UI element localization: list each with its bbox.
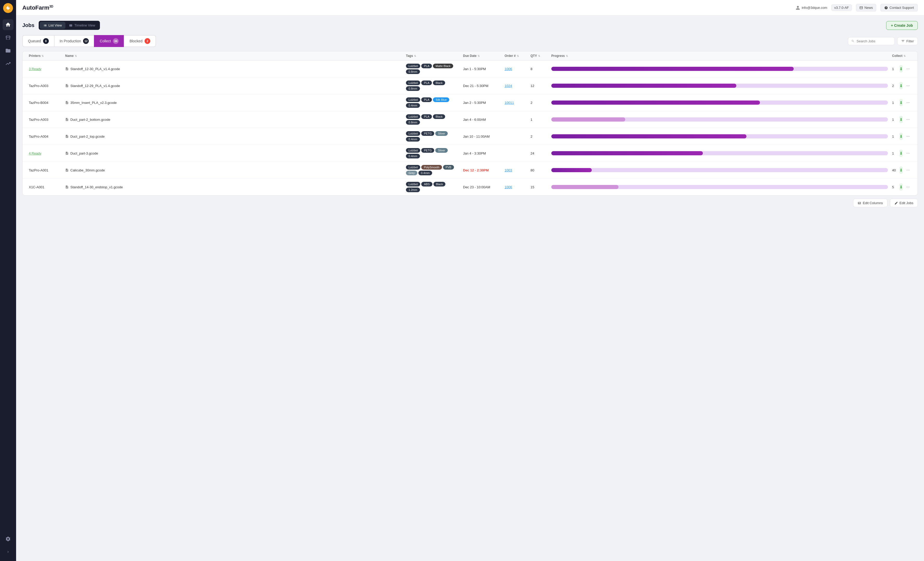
progress-bar — [551, 151, 888, 155]
collect-button[interactable]: ⬇ — [899, 65, 903, 72]
table-header: Printers ⇅ Name ⇅ Tags ⇅ Due Date ⇅ Orde… — [22, 51, 918, 60]
tag: 0.8mm — [406, 69, 420, 74]
sidebar-item-analytics[interactable] — [3, 58, 14, 69]
tab-timeline-view[interactable]: Timeline View — [65, 22, 99, 29]
topbar: AutoFarm3D info@3dque.com v3.7.0-AF News… — [16, 0, 924, 16]
order-link[interactable]: 10011 — [505, 101, 514, 105]
cell-qty: 80 — [528, 165, 549, 175]
file-icon — [65, 168, 69, 172]
file-name-text: Duct_part-2_bottom.gcode — [70, 118, 110, 122]
progress-fill — [551, 134, 747, 138]
more-button[interactable]: ··· — [905, 167, 911, 173]
table-row: TazPro-A004 Duct_part-2_top.gcode Lulzbo… — [22, 128, 918, 145]
support-button[interactable]: Contact Support — [880, 4, 918, 11]
printer-link[interactable]: 4 Ready — [29, 152, 41, 155]
file-icon — [65, 101, 69, 104]
cell-progress — [549, 81, 890, 91]
tag: PLA — [421, 64, 432, 68]
more-button[interactable]: ··· — [905, 184, 911, 190]
sort-tags-icon[interactable]: ⇅ — [414, 54, 416, 57]
more-button[interactable]: ··· — [905, 150, 911, 156]
filter-button[interactable]: Filter — [897, 37, 918, 45]
cell-due-date: Dec 21 - 5:30PM — [461, 81, 502, 91]
collect-button[interactable]: ⬇ — [899, 82, 903, 89]
sort-date-icon[interactable]: ⇅ — [478, 54, 480, 57]
tag: PLA — [421, 114, 432, 119]
cell-progress — [549, 165, 890, 175]
sort-name-icon[interactable]: ⇅ — [75, 54, 77, 57]
sidebar-item-settings[interactable] — [3, 534, 14, 544]
view-tabs: List View Timeline View — [39, 21, 100, 30]
news-button[interactable]: News — [856, 4, 876, 11]
cell-tags: Lulzbot PLA Black 0.8mm — [404, 111, 461, 128]
cell-due-date: Jan 4 - 6:00AM — [461, 114, 502, 125]
sidebar-item-files[interactable] — [3, 45, 14, 56]
search-input[interactable] — [856, 39, 891, 43]
collect-button[interactable]: ⬇ — [899, 167, 903, 174]
edit-columns-button[interactable]: Edit Columns — [853, 199, 887, 207]
collect-button[interactable]: ⬇ — [899, 116, 903, 123]
order-link[interactable]: 1006 — [505, 185, 512, 189]
sort-collect-icon[interactable]: ⇅ — [903, 54, 906, 57]
table-row: TazPro-B004 35mm_Insert_PLA_v2.3.gcode L… — [22, 94, 918, 111]
progress-bar — [551, 101, 888, 105]
cell-printer: TazPro-A004 — [27, 131, 63, 141]
tag: 1.2mm — [406, 188, 420, 192]
tag: PLA — [421, 81, 432, 85]
cell-printer: TazPro-A003 — [27, 81, 63, 91]
collect-button[interactable]: ⬇ — [899, 150, 903, 157]
tag: Lulzbot — [406, 98, 420, 102]
cell-progress — [549, 98, 890, 108]
file-name-text: 35mm_Insert_PLA_v2.3.gcode — [70, 101, 117, 105]
sidebar-item-home[interactable] — [3, 19, 14, 30]
tag: 0.4mm — [406, 154, 420, 158]
user-info: info@3dque.com — [795, 6, 827, 10]
order-link[interactable]: 1024 — [505, 84, 512, 88]
cell-progress — [549, 64, 890, 74]
sidebar-item-shop[interactable] — [3, 32, 14, 43]
collect-num: 2 — [892, 84, 897, 88]
tab-list-view[interactable]: List View — [40, 22, 66, 29]
file-icon — [65, 152, 69, 155]
tag: PolySmooth — [421, 165, 442, 170]
file-icon — [65, 135, 69, 138]
collect-num: 1 — [892, 152, 897, 155]
tab-queued[interactable]: Queued 8 — [22, 35, 54, 47]
more-button[interactable]: ··· — [905, 100, 911, 105]
more-button[interactable]: ··· — [905, 83, 911, 89]
tab-collect[interactable]: Collect 34 — [94, 35, 124, 47]
cell-collect: 1 ⬇ ··· — [890, 113, 914, 126]
app-logo[interactable] — [3, 3, 13, 13]
cell-name: Standoff_12-29_PLA_v1.4.gcode — [63, 81, 404, 91]
tag: Silk Blue — [433, 98, 449, 102]
cell-printer: 4 Ready — [27, 148, 63, 158]
order-link[interactable]: 1003 — [505, 168, 512, 172]
progress-fill — [551, 101, 760, 105]
sort-order-icon[interactable]: ⇅ — [517, 54, 519, 57]
progress-bar — [551, 117, 888, 122]
sort-progress-icon[interactable]: ⇅ — [566, 54, 568, 57]
order-link[interactable]: 1006 — [505, 67, 512, 71]
collect-button[interactable]: ⬇ — [899, 183, 903, 191]
cell-due-date: Jan 4 - 3:30PM — [461, 148, 502, 158]
cell-order: 1003 — [502, 165, 528, 175]
progress-bar — [551, 134, 888, 138]
cell-collect: 5 ⬇ ··· — [890, 180, 914, 194]
tag: 0.8mm — [406, 86, 420, 91]
more-button[interactable]: ··· — [905, 66, 911, 72]
tag: Black — [433, 81, 445, 85]
collect-button[interactable]: ⬇ — [899, 99, 903, 106]
sidebar-expand-btn[interactable]: › — [3, 547, 14, 556]
create-job-button[interactable]: + Create Job — [886, 21, 918, 30]
collect-button[interactable]: ⬇ — [899, 133, 903, 140]
printer-link[interactable]: 3 Ready — [29, 67, 41, 71]
file-name-text: Standoff_12-29_PLA_v1.4.gcode — [70, 84, 120, 88]
more-button[interactable]: ··· — [905, 134, 911, 139]
sort-qty-icon[interactable]: ⇅ — [538, 54, 540, 57]
in-production-label: In Production — [60, 39, 81, 43]
tab-blocked[interactable]: Blocked 2 — [124, 35, 156, 47]
more-button[interactable]: ··· — [905, 117, 911, 122]
sort-printers-icon[interactable]: ⇅ — [42, 54, 44, 57]
edit-jobs-button[interactable]: Edit Jobs — [890, 199, 918, 207]
tab-in-production[interactable]: In Production 12 — [54, 35, 94, 47]
